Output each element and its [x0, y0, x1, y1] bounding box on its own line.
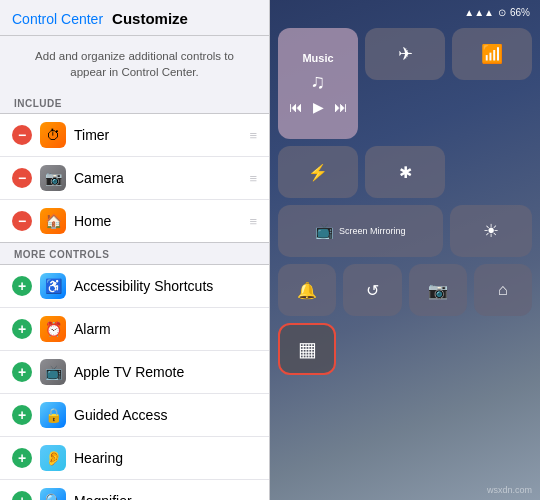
remove-btn-camera[interactable]: −	[12, 168, 32, 188]
cc-row1: ✈ 📶 Music ♫ ⏮ ▶ ⏭	[278, 28, 532, 139]
label-appletv: Apple TV Remote	[74, 364, 257, 380]
icon-alarm: ⏰	[40, 316, 66, 342]
description-text: Add and organize additional controls to …	[35, 50, 234, 78]
cc-row5: ▦	[278, 323, 532, 375]
add-btn-appletv[interactable]: +	[12, 362, 32, 382]
icon-timer: ⏱	[40, 122, 66, 148]
cc-airplane-tile[interactable]: ✈	[365, 28, 445, 80]
add-btn-magnifier[interactable]: +	[12, 491, 32, 500]
more-controls-list: + ♿ Accessibility Shortcuts + ⏰ Alarm + …	[0, 264, 269, 500]
cc-brightness-tile[interactable]: ☀	[450, 205, 532, 257]
add-btn-hearing[interactable]: +	[12, 448, 32, 468]
header: Control Center Customize	[0, 0, 269, 36]
next-icon[interactable]: ⏭	[334, 99, 348, 115]
cc-screen-mirror-tile[interactable]: 📺 Screen Mirroring	[278, 205, 443, 257]
music-title: Music	[302, 52, 333, 64]
cc-bell-tile[interactable]: 🔔	[278, 264, 336, 316]
cc-row4: 🔔 ↺ 📷 ⌂	[278, 264, 532, 316]
label-home: Home	[74, 213, 241, 229]
reorder-home[interactable]: ≡	[249, 214, 257, 229]
back-button[interactable]: Control Center	[12, 11, 103, 27]
reorder-timer[interactable]: ≡	[249, 128, 257, 143]
include-item-camera: − 📷 Camera ≡	[0, 157, 269, 200]
screen-mirror-label: Screen Mirroring	[339, 226, 406, 236]
description: Add and organize additional controls to …	[0, 36, 269, 92]
icon-home: 🏠	[40, 208, 66, 234]
status-icons: ▲▲▲ ⊙ 66%	[464, 7, 530, 18]
music-icon: ♫	[311, 70, 326, 93]
play-icon[interactable]: ▶	[313, 99, 324, 115]
cc-bt-tile[interactable]: ✱	[365, 146, 445, 198]
watermark: wsxdn.com	[487, 485, 532, 495]
include-item-home: − 🏠 Home ≡	[0, 200, 269, 242]
page-title: Customize	[112, 10, 188, 27]
more-item-appletv: + 📺 Apple TV Remote	[0, 351, 269, 394]
more-item-alarm: + ⏰ Alarm	[0, 308, 269, 351]
add-btn-alarm[interactable]: +	[12, 319, 32, 339]
include-item-timer: − ⏱ Timer ≡	[0, 114, 269, 157]
control-center-grid: ✈ 📶 Music ♫ ⏮ ▶ ⏭ ⚡ ✱ 📺 Screen Mirroring	[278, 28, 532, 492]
wifi-icon: ⊙	[498, 7, 506, 18]
label-hearing: Hearing	[74, 450, 257, 466]
cc-rotation-tile[interactable]: ↺	[343, 264, 401, 316]
include-list: − ⏱ Timer ≡ − 📷 Camera ≡ − 🏠 Home ≡	[0, 113, 269, 243]
cc-wifi-tile[interactable]: 📶	[452, 28, 532, 80]
cc-row3: 📺 Screen Mirroring ☀	[278, 205, 532, 257]
status-bar: ▲▲▲ ⊙ 66%	[270, 0, 540, 24]
cc-qr-tile[interactable]: ▦	[278, 323, 336, 375]
cc-camera3-tile[interactable]: 📷	[409, 264, 467, 316]
more-item-hearing: + 👂 Hearing	[0, 437, 269, 480]
cc-bluetooth-tile[interactable]: ⚡	[278, 146, 358, 198]
battery-label: 66%	[510, 7, 530, 18]
screen-mirror-icon: 📺	[315, 222, 334, 240]
label-alarm: Alarm	[74, 321, 257, 337]
cc-home3-tile[interactable]: ⌂	[474, 264, 532, 316]
cc-row2: ⚡ ✱	[278, 146, 532, 198]
more-controls-section-label: MORE CONTROLS	[0, 243, 269, 264]
include-section-label: INCLUDE	[0, 92, 269, 113]
label-timer: Timer	[74, 127, 241, 143]
signal-icon: ▲▲▲	[464, 7, 494, 18]
cc-music-tile[interactable]: Music ♫ ⏮ ▶ ⏭	[278, 28, 358, 139]
label-magnifier: Magnifier	[74, 493, 257, 500]
icon-camera: 📷	[40, 165, 66, 191]
remove-btn-home[interactable]: −	[12, 211, 32, 231]
add-btn-guided[interactable]: +	[12, 405, 32, 425]
more-item-guided: + 🔒 Guided Access	[0, 394, 269, 437]
label-camera: Camera	[74, 170, 241, 186]
icon-magnifier: 🔍	[40, 488, 66, 500]
left-panel: Control Center Customize Add and organiz…	[0, 0, 270, 500]
label-guided: Guided Access	[74, 407, 257, 423]
music-controls: ⏮ ▶ ⏭	[289, 99, 348, 115]
more-item-accessibility: + ♿ Accessibility Shortcuts	[0, 265, 269, 308]
icon-appletv: 📺	[40, 359, 66, 385]
right-panel: ▲▲▲ ⊙ 66% ✈ 📶 Music ♫ ⏮ ▶ ⏭ ⚡ ✱	[270, 0, 540, 500]
prev-icon[interactable]: ⏮	[289, 99, 303, 115]
reorder-camera[interactable]: ≡	[249, 171, 257, 186]
remove-btn-timer[interactable]: −	[12, 125, 32, 145]
label-accessibility: Accessibility Shortcuts	[74, 278, 257, 294]
add-btn-accessibility[interactable]: +	[12, 276, 32, 296]
more-item-magnifier: + 🔍 Magnifier	[0, 480, 269, 500]
icon-accessibility: ♿	[40, 273, 66, 299]
icon-guided: 🔒	[40, 402, 66, 428]
icon-hearing: 👂	[40, 445, 66, 471]
